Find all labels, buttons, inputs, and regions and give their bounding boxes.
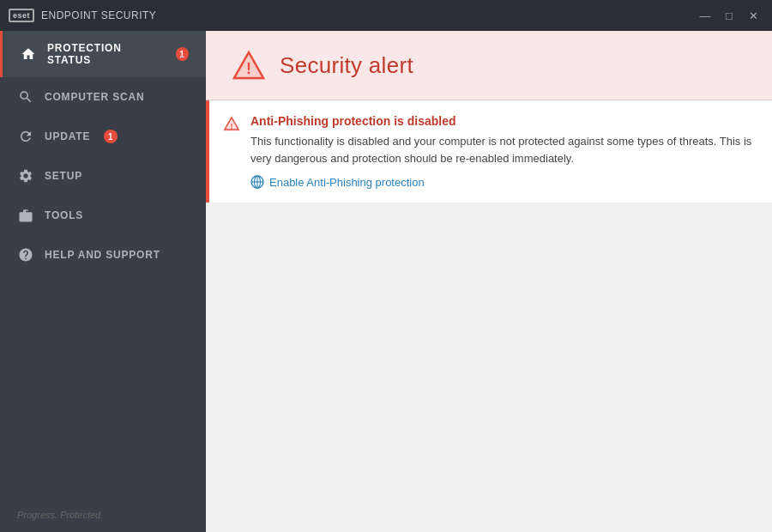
app-body: PROTECTION STATUS 1 COMPUTER SCAN UPDATE… — [0, 31, 772, 532]
sidebar-footer: Progress. Protected. — [0, 498, 206, 532]
gear-icon — [17, 167, 34, 184]
enable-antiphishing-link[interactable]: Enable Anti-Phishing protection — [250, 175, 755, 189]
refresh-icon — [17, 128, 34, 145]
sidebar: PROTECTION STATUS 1 COMPUTER SCAN UPDATE… — [0, 31, 206, 532]
eset-logo: eset — [9, 9, 34, 22]
sidebar-item-setup[interactable]: SETUP — [0, 156, 206, 196]
search-icon — [17, 88, 34, 106]
tools-label: TOOLS — [45, 209, 83, 221]
update-badge: 1 — [104, 130, 118, 143]
sidebar-item-tools[interactable]: TOOLS — [0, 196, 206, 235]
main-content: ! Security alert ! Anti-Phishing protect… — [206, 31, 772, 532]
titlebar: eset ENDPOINT SECURITY — □ ✕ — [0, 0, 772, 31]
svg-text:!: ! — [231, 122, 233, 130]
sidebar-item-update[interactable]: UPDATE 1 — [0, 117, 206, 156]
protection-status-badge: 1 — [176, 47, 189, 61]
alert-card-content: Anti-Phishing protection is disabled Thi… — [250, 114, 755, 189]
globe-icon — [250, 175, 264, 189]
titlebar-title: ENDPOINT SECURITY — [41, 9, 156, 21]
alert-card-title: Anti-Phishing protection is disabled — [250, 114, 755, 128]
protection-status-label: PROTECTION STATUS — [47, 42, 162, 66]
titlebar-controls: — □ ✕ — [695, 7, 763, 24]
alert-card: ! Anti-Phishing protection is disabled T… — [206, 100, 772, 203]
svg-text:!: ! — [246, 60, 251, 77]
maximize-button[interactable]: □ — [719, 7, 739, 24]
minimize-button[interactable]: — — [695, 7, 715, 24]
sidebar-item-protection-status[interactable]: PROTECTION STATUS 1 — [0, 31, 206, 77]
alert-card-body: This functionality is disabled and your … — [250, 133, 755, 166]
update-label: UPDATE — [45, 130, 90, 142]
alert-header-title: Security alert — [280, 52, 413, 79]
titlebar-left: eset ENDPOINT SECURITY — [9, 9, 156, 22]
sidebar-item-computer-scan[interactable]: COMPUTER SCAN — [0, 77, 206, 117]
alert-card-triangle-icon: ! — [223, 115, 240, 132]
help-support-label: HELP AND SUPPORT — [45, 249, 160, 261]
sidebar-item-help-support[interactable]: HELP AND SUPPORT — [0, 235, 206, 275]
question-icon — [17, 246, 34, 263]
briefcase-icon — [17, 207, 34, 224]
enable-antiphishing-label: Enable Anti-Phishing protection — [269, 176, 425, 189]
close-button[interactable]: ✕ — [743, 7, 763, 24]
computer-scan-label: COMPUTER SCAN — [45, 91, 144, 103]
home-icon — [20, 45, 37, 63]
setup-label: SETUP — [45, 170, 82, 182]
alert-triangle-large-icon: ! — [232, 48, 266, 82]
alert-header: ! Security alert — [206, 31, 772, 100]
